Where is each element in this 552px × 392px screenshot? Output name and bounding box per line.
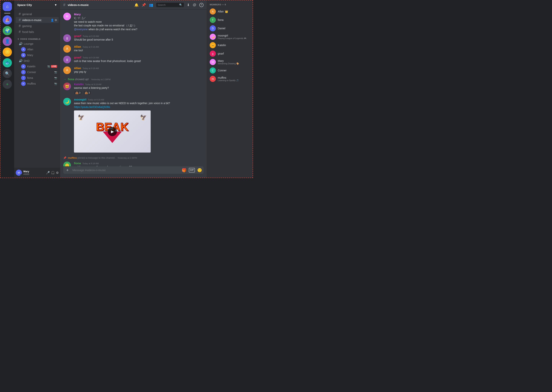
channel-name-videos-n-music: videos-n-music bbox=[22, 18, 42, 22]
member-item-fiona[interactable]: f fiona bbox=[208, 16, 251, 24]
member-name-muffins: muffins bbox=[218, 76, 226, 79]
system-user-fiona[interactable]: fiona bbox=[68, 78, 74, 81]
username-allan-1[interactable]: Allan bbox=[74, 45, 81, 48]
crown-icon-allan: 👑 bbox=[225, 10, 228, 13]
search-box[interactable]: Search 🔍 bbox=[156, 3, 184, 7]
mini-avatar-mary: M bbox=[21, 53, 26, 57]
member-item-daniel[interactable]: D Daniel bbox=[208, 24, 251, 33]
mention-everyone[interactable]: @everyone bbox=[74, 28, 88, 31]
hash-icon: # bbox=[19, 24, 21, 28]
message-time-allan-1: Today at 9:18 AM bbox=[83, 46, 99, 48]
member-avatar-moongirl: 🌙 bbox=[210, 34, 216, 40]
channel-item-gaming[interactable]: # gaming bbox=[16, 23, 59, 29]
member-item-katelin[interactable]: 🐱 Katelin bbox=[208, 41, 251, 49]
voice-channels-category[interactable]: ▼ VOICE CHANNELS bbox=[14, 35, 60, 41]
username-gnarf-1[interactable]: gnarf bbox=[74, 34, 81, 37]
message-add-button[interactable]: + bbox=[64, 167, 71, 174]
member-item-muffins[interactable]: m muffins Listening to Spotify 🎵 bbox=[208, 75, 251, 83]
server-header[interactable]: Space City ▼ bbox=[14, 0, 60, 10]
members-icon[interactable]: 👥 bbox=[149, 3, 153, 7]
username-moongirl[interactable]: moongirl bbox=[74, 98, 86, 101]
bird-right: 🦅 bbox=[140, 114, 147, 121]
channel-actions: 👤 ⚙ bbox=[51, 19, 57, 22]
category-chevron: ▼ bbox=[17, 38, 19, 40]
volume-icon-dnd: 🔊 bbox=[19, 59, 23, 63]
video-embed[interactable]: 🦅 🦅 BEAK ▶ bbox=[74, 111, 151, 153]
channel-item-food-fails[interactable]: # food-fails bbox=[16, 29, 59, 35]
headset-icon[interactable]: 🎧 bbox=[51, 171, 55, 175]
message-time-gnarf-2: Today at 9:18 AM bbox=[83, 56, 99, 59]
notification-bell-icon[interactable]: 🔔 bbox=[134, 3, 138, 7]
member-info-daniel: Daniel bbox=[218, 27, 225, 30]
member-item-mary[interactable]: M Mary Streaming Drawing 🎨 bbox=[208, 58, 251, 66]
member-item-allan[interactable]: A Allan 👑 bbox=[208, 7, 251, 16]
discord-home-icon[interactable]: ⌂ bbox=[3, 2, 12, 11]
message-text-allan-1: me too! bbox=[74, 49, 203, 52]
voice-channel-lounge[interactable]: 🔊 Lounge bbox=[16, 41, 59, 47]
gif-button[interactable]: GIF bbox=[189, 168, 195, 172]
message-input-box: + 🎁 GIF 🙂 bbox=[63, 166, 203, 174]
channel-item-videos-n-music[interactable]: # videos-n-music 👤 ⚙ bbox=[16, 17, 59, 23]
member-item-conner[interactable]: C Conner bbox=[208, 66, 251, 75]
server-icon-fish[interactable]: 🐟 bbox=[3, 58, 12, 67]
server-icon-planet[interactable]: 🌍 bbox=[3, 26, 12, 35]
avatar-allan-2: A bbox=[63, 66, 71, 74]
message-time-fiona: Today at 9:18 AM bbox=[82, 162, 99, 165]
user-settings-icon[interactable]: ⚙ bbox=[56, 171, 59, 175]
gift-icon[interactable]: 🎁 bbox=[182, 168, 187, 172]
server-icon-person[interactable]: 👤 bbox=[3, 37, 12, 46]
server-icon-coin[interactable]: 🪙 bbox=[3, 48, 12, 57]
help-icon[interactable]: ? bbox=[199, 3, 203, 7]
video-link[interactable]: https://youtu.be/OiDx6aQ928o bbox=[74, 105, 110, 109]
download-icon[interactable]: ⬇ bbox=[187, 3, 190, 7]
member-name-daniel: Daniel bbox=[218, 27, 225, 30]
voice-user-mary[interactable]: M Mary bbox=[16, 52, 59, 58]
reaction-1[interactable]: 👜 3 bbox=[74, 91, 82, 95]
username-katelin[interactable]: Katelin bbox=[74, 83, 84, 86]
member-item-moongirl[interactable]: 🌙 moongirl Playing League of Legends 🎮 bbox=[208, 33, 251, 41]
search-icon: 🔍 bbox=[179, 3, 182, 6]
message-input[interactable] bbox=[73, 166, 180, 174]
server-icon-add[interactable]: + bbox=[3, 80, 12, 89]
system-user-muffins[interactable]: muffins bbox=[68, 156, 77, 159]
voice-user-name-katelin: Katelin bbox=[27, 65, 36, 68]
message-text-moongirl: aaaa their new music video is out we NEE… bbox=[74, 101, 203, 105]
voice-user-conner[interactable]: C Conner 📷 bbox=[16, 69, 59, 75]
voice-user-katelin[interactable]: K Katelin 📷 LIVE bbox=[16, 63, 59, 69]
server-icon-search[interactable]: 🔍 bbox=[3, 69, 12, 78]
message-group-fiona: 🙂 fiona Today at 9:18 AM wait have you s… bbox=[63, 161, 203, 166]
pin-system-icon: 📌 bbox=[63, 156, 66, 159]
play-button[interactable]: ▶ bbox=[108, 127, 117, 136]
voice-user-muffins[interactable]: m muffins 📷 bbox=[16, 81, 59, 86]
username-mary[interactable]: Mary bbox=[74, 13, 81, 16]
voice-user-fiona[interactable]: f fiona 📷 bbox=[16, 75, 59, 81]
message-group-katelin: 🐱 Katelin Today at 9:18 AM wanna start a… bbox=[63, 83, 203, 95]
channel-settings-icon[interactable]: ⚙ bbox=[55, 19, 57, 22]
voice-channel-name-lounge: Lounge bbox=[24, 42, 33, 45]
emoji-icon[interactable]: 🙂 bbox=[197, 168, 202, 172]
at-icon[interactable]: @ bbox=[193, 3, 196, 7]
member-name-katelin: Katelin bbox=[218, 44, 226, 47]
pin-icon[interactable]: 📌 bbox=[142, 3, 146, 7]
channel-header: # videos-n-music 🔔 📌 👥 Search 🔍 ⬇ @ ? bbox=[60, 0, 207, 10]
member-status-mary: Streaming Drawing 🎨 bbox=[218, 63, 239, 65]
server-icon-boat[interactable]: ⛵ bbox=[3, 15, 12, 25]
member-avatar-allan: A bbox=[210, 8, 216, 14]
username-gnarf-2[interactable]: gnarf bbox=[74, 56, 81, 59]
username-fiona[interactable]: fiona bbox=[74, 161, 81, 165]
member-item-gnarf[interactable]: g gnarf bbox=[208, 49, 251, 58]
message-content-mary: Mary \( ; ▽ ; )／ we need to watch more t… bbox=[74, 13, 203, 31]
channel-add-member-icon[interactable]: 👤 bbox=[51, 19, 54, 22]
channel-item-general[interactable]: # general bbox=[16, 11, 59, 17]
play-icon: ▶ bbox=[111, 129, 114, 134]
message-header-moongirl: moongirl Today at 9:18 AM bbox=[74, 98, 203, 101]
username-allan-2[interactable]: Allan bbox=[74, 66, 81, 70]
voice-channel-dnd[interactable]: 🔊 DnD bbox=[16, 58, 59, 63]
channel-name-general: general bbox=[22, 13, 32, 16]
reaction-2[interactable]: 👜 3 bbox=[83, 91, 91, 95]
voice-user-allan[interactable]: A Allan bbox=[16, 47, 59, 52]
current-user-name: Mary bbox=[23, 170, 44, 173]
message-group-gnarf-1: g gnarf Today at 9:18 AM Should be good … bbox=[63, 34, 203, 42]
mic-icon[interactable]: 🎤 bbox=[46, 171, 50, 175]
server-name: Space City bbox=[17, 3, 32, 7]
